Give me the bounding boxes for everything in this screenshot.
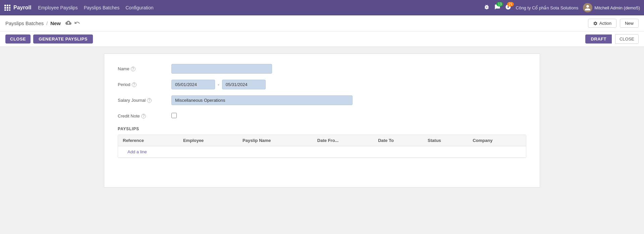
svg-rect-2 (9, 5, 10, 6)
nav-payslips-batches[interactable]: Payslips Batches (84, 5, 120, 10)
svg-rect-7 (7, 9, 8, 11)
user-name: Mitchell Admin (demo5) (594, 5, 640, 10)
period-label: Period ? (118, 80, 171, 87)
main-content: Name ? Period ? - Salary Journal ? (0, 47, 644, 234)
messages-icon[interactable]: 13 (494, 4, 500, 12)
close-right-button[interactable]: CLOSE (615, 34, 639, 44)
name-help-icon[interactable]: ? (131, 67, 136, 71)
col-company: Company (468, 135, 526, 146)
topnav-right: 13 21 Công ty Cổ phần Sota Solutions Mit… (484, 3, 640, 12)
payslips-table-wrapper: Reference Employee Payslip Name Date Fro… (118, 135, 526, 158)
messages-badge: 13 (496, 2, 503, 6)
bug-icon[interactable] (484, 4, 490, 12)
svg-rect-5 (9, 7, 10, 9)
add-line-button[interactable]: Add a line (123, 146, 152, 157)
company-name: Công ty Cổ phần Sota Solutions (516, 5, 579, 10)
period-help-icon[interactable]: ? (132, 82, 137, 87)
svg-rect-1 (7, 5, 8, 6)
col-payslip-name: Payslip Name (238, 135, 313, 146)
discard-icon[interactable] (74, 20, 80, 27)
nav-links: Employee Payslips Payslips Batches Confi… (38, 5, 477, 10)
col-date-from: Date Fro... (313, 135, 373, 146)
status-area: DRAFT CLOSE (585, 34, 639, 44)
col-status: Status (423, 135, 468, 146)
activities-icon[interactable]: 21 (505, 4, 511, 12)
nav-employee-payslips[interactable]: Employee Payslips (38, 5, 77, 10)
action-button[interactable]: Action (588, 19, 616, 28)
svg-rect-3 (4, 7, 6, 9)
period-end-input[interactable] (222, 80, 266, 89)
apps-menu[interactable]: Payroll (4, 4, 31, 11)
col-employee: Employee (178, 135, 238, 146)
name-label: Name ? (118, 64, 171, 71)
salary-journal-row: Salary Journal ? (118, 95, 526, 105)
table-body: Add a line (118, 146, 526, 158)
nav-configuration[interactable]: Configuration (125, 5, 153, 10)
credit-note-help-icon[interactable]: ? (141, 114, 146, 119)
breadcrumb-right: Action New (588, 19, 639, 28)
breadcrumb-bar: Payslips Batches / New Action New (0, 15, 644, 31)
name-input[interactable] (171, 64, 272, 74)
new-button[interactable]: New (620, 19, 639, 28)
period-separator: - (218, 82, 219, 87)
table-header: Reference Employee Payslip Name Date Fro… (118, 135, 526, 146)
name-row: Name ? (118, 64, 526, 74)
breadcrumb-icons (65, 20, 80, 27)
col-date-to: Date To (373, 135, 423, 146)
user-avatar (583, 3, 592, 12)
form-card: Name ? Period ? - Salary Journal ? (104, 54, 540, 187)
period-start-input[interactable] (171, 80, 215, 89)
salary-journal-input[interactable] (171, 95, 353, 105)
credit-note-checkbox[interactable] (171, 113, 177, 118)
generate-payslips-button[interactable]: GENERATE PAYSLIPS (33, 34, 93, 44)
svg-rect-4 (7, 7, 8, 9)
payslips-section-title: PAYSLIPS (118, 127, 526, 131)
action-bar: CLOSE GENERATE PAYSLIPS DRAFT CLOSE (0, 31, 644, 47)
add-line-row: Add a line (118, 146, 526, 158)
activities-badge: 21 (507, 2, 514, 6)
salary-journal-label: Salary Journal ? (118, 95, 171, 103)
breadcrumb-separator: / (46, 21, 48, 26)
breadcrumb-current: New (50, 20, 61, 26)
period-row: Period ? - (118, 80, 526, 89)
period-inputs: - (171, 80, 266, 89)
credit-note-label: Credit Note ? (118, 111, 171, 119)
status-draft-badge: DRAFT (585, 34, 612, 44)
cloud-icon[interactable] (65, 20, 71, 27)
col-reference: Reference (118, 135, 178, 146)
top-navigation: Payroll Employee Payslips Payslips Batch… (0, 0, 644, 15)
breadcrumb-parent[interactable]: Payslips Batches (5, 20, 44, 26)
user-menu[interactable]: Mitchell Admin (demo5) (583, 3, 640, 12)
svg-rect-6 (4, 9, 6, 11)
payslips-table: Reference Employee Payslip Name Date Fro… (118, 135, 526, 158)
credit-note-row: Credit Note ? (118, 111, 526, 119)
salary-journal-help-icon[interactable]: ? (147, 98, 152, 103)
close-button[interactable]: CLOSE (5, 34, 31, 44)
svg-rect-8 (9, 9, 10, 11)
brand-name: Payroll (13, 5, 31, 11)
svg-rect-0 (4, 5, 6, 6)
